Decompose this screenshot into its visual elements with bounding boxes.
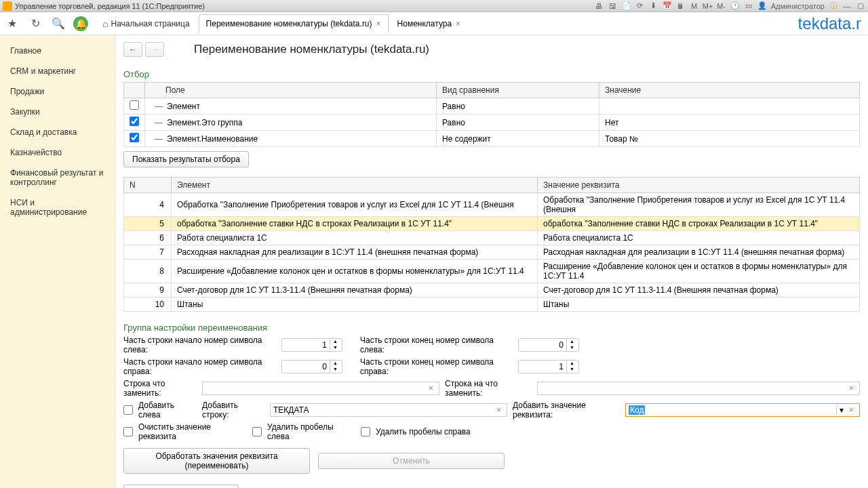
nav-back-button[interactable]: ← xyxy=(123,42,142,57)
filter-row[interactable]: —Элемент.Наименование Не содержит Товар … xyxy=(124,131,860,147)
down-icon[interactable]: ⬇ xyxy=(649,1,658,11)
m-minus-icon[interactable]: M- xyxy=(717,1,726,11)
sidebar-item-treasury[interactable]: Казначейство xyxy=(0,142,115,163)
filter-row-checkbox[interactable] xyxy=(130,133,139,142)
input-replace-with[interactable]: × xyxy=(537,382,860,395)
sidebar-item-financial[interactable]: Финансовый результат и контроллинг xyxy=(0,163,115,192)
label-add-left: Добавить слева xyxy=(138,401,197,420)
spin-down-icon[interactable]: ▼ xyxy=(330,345,340,351)
results-header-val[interactable]: Значение реквизита xyxy=(538,178,860,193)
spin-down-icon[interactable]: ▼ xyxy=(567,367,577,373)
spin-up-icon[interactable]: ▲ xyxy=(567,339,577,345)
sidebar-item-warehouse[interactable]: Склад и доставка xyxy=(0,122,115,142)
clear-icon[interactable]: × xyxy=(494,405,504,415)
spinner-start-right[interactable]: ▲▼ xyxy=(281,360,342,373)
spin-up-icon[interactable]: ▲ xyxy=(567,361,577,367)
result-row[interactable]: 7 Расходная накладная для реализации в 1… xyxy=(124,245,860,260)
maximize-icon[interactable]: ▢ xyxy=(856,1,865,11)
result-n: 8 xyxy=(124,260,172,283)
spinner-end-right[interactable]: ▲▼ xyxy=(518,360,579,373)
clear-icon[interactable]: × xyxy=(846,405,856,415)
results-header-n[interactable]: N xyxy=(124,178,172,193)
input-add-string[interactable]: × xyxy=(270,403,507,417)
result-row[interactable]: 5 обработка "Заполнение ставки НДС в стр… xyxy=(124,217,860,231)
spin-up-icon[interactable]: ▲ xyxy=(330,361,340,367)
window-icon[interactable]: ▭ xyxy=(744,1,753,11)
spin-down-icon[interactable]: ▼ xyxy=(567,345,577,351)
checkbox-clear-val[interactable] xyxy=(123,427,133,436)
dash-icon: — xyxy=(151,102,167,111)
result-row[interactable]: 9 Счет-договор для 1С УТ 11.3-11.4 (Внеш… xyxy=(124,283,860,298)
spinner-start-left[interactable]: ▲▼ xyxy=(281,338,342,352)
input-add-req[interactable]: Код▾× xyxy=(625,403,860,417)
help-icon[interactable]: ⓘ xyxy=(829,1,838,11)
input-end-left[interactable] xyxy=(519,339,566,351)
dropdown-icon[interactable]: ▾ xyxy=(836,405,846,415)
result-element: Обработка "Заполнение Приобретения товар… xyxy=(172,193,538,217)
results-header-el[interactable]: Элемент xyxy=(172,178,538,193)
save-button[interactable]: Записать значения xyxy=(123,485,239,488)
filter-row-checkbox[interactable] xyxy=(130,117,139,126)
m-plus-icon[interactable]: M+ xyxy=(703,1,713,11)
input-replace-what[interactable]: × xyxy=(202,382,439,395)
input-start-left[interactable] xyxy=(282,339,330,351)
calendar-icon[interactable]: 📅 xyxy=(663,1,672,11)
user-label[interactable]: Администратор xyxy=(771,1,825,11)
filter-row[interactable]: —Элемент.Это группа Равно Нет xyxy=(124,115,860,131)
calc-icon[interactable]: 🖩 xyxy=(676,1,686,11)
filter-header-val[interactable]: Значение xyxy=(599,83,860,98)
sidebar-item-main[interactable]: Главное xyxy=(0,41,115,61)
tab-nomenclature[interactable]: Номенклатура × xyxy=(390,14,469,33)
filter-header-field[interactable]: Поле xyxy=(145,83,437,98)
show-results-button[interactable]: Показать результаты отбора xyxy=(123,151,249,167)
input-end-right[interactable] xyxy=(519,361,566,373)
sidebar-item-purchasing[interactable]: Закупки xyxy=(0,102,115,122)
refresh-icon[interactable]: ⟳ xyxy=(635,1,645,11)
input-start-right[interactable] xyxy=(282,361,330,373)
spinner-end-left[interactable]: ▲▼ xyxy=(518,338,579,352)
result-n: 6 xyxy=(124,231,172,245)
result-row[interactable]: 10 Штаны Штаны xyxy=(124,298,860,312)
sidebar-item-crm[interactable]: CRM и маркетинг xyxy=(0,61,115,81)
result-value: Расходная накладная для реализации в 1С:… xyxy=(538,245,860,260)
logo: tekdata.r xyxy=(798,14,864,33)
tab-home[interactable]: ⌂ Начальная страница xyxy=(95,14,197,34)
spin-down-icon[interactable]: ▼ xyxy=(330,367,340,373)
checkbox-trim-left[interactable] xyxy=(252,427,262,436)
m-icon[interactable]: M xyxy=(690,1,699,11)
star-icon[interactable]: ★ xyxy=(4,16,20,32)
filter-row[interactable]: —Элемент Равно xyxy=(124,98,860,115)
bell-icon[interactable]: 🔔 xyxy=(73,16,88,31)
checkbox-add-left[interactable] xyxy=(123,405,133,415)
close-icon[interactable]: × xyxy=(376,19,381,28)
result-row[interactable]: 8 Расширение «Добавление колонок цен и о… xyxy=(124,260,860,283)
result-value: Обработка "Заполнение Приобретения товар… xyxy=(538,193,860,217)
spin-up-icon[interactable]: ▲ xyxy=(330,339,340,345)
filter-header-cmp[interactable]: Вид сравнения xyxy=(437,83,599,98)
cancel-button[interactable]: Отменить xyxy=(318,453,505,469)
result-row[interactable]: 4 Обработка "Заполнение Приобретения тов… xyxy=(124,193,860,217)
close-icon[interactable]: × xyxy=(456,19,460,28)
clock-icon[interactable]: 🕐 xyxy=(730,1,740,11)
add-string-field[interactable] xyxy=(273,404,494,416)
search-icon[interactable]: 🔍 xyxy=(50,16,66,32)
tab-rename[interactable]: Переименование номенклатуры (tekdata.ru)… xyxy=(199,14,389,33)
filter-cmp: Равно xyxy=(437,98,599,115)
checkbox-trim-right[interactable] xyxy=(361,427,370,436)
result-row[interactable]: 6 Работа специалиста 1С Работа специалис… xyxy=(124,231,860,245)
process-button[interactable]: Обработать значения реквизита (переимено… xyxy=(123,448,310,474)
doc-icon[interactable]: 📄 xyxy=(622,1,631,11)
label-start-right: Часть строки начало номер символа справа… xyxy=(123,357,276,376)
nav-forward-button[interactable]: → xyxy=(145,42,164,57)
clear-icon[interactable]: × xyxy=(846,384,856,393)
filter-row-checkbox[interactable] xyxy=(130,100,139,110)
clear-icon[interactable]: × xyxy=(426,384,436,393)
sidebar: Главное CRM и маркетинг Продажи Закупки … xyxy=(0,35,115,488)
print-icon[interactable]: 🖶 xyxy=(595,1,604,11)
sidebar-item-nsi[interactable]: НСИ и администрирование xyxy=(0,192,115,222)
minimize-icon[interactable]: — xyxy=(842,1,852,11)
sidebar-item-sales[interactable]: Продажи xyxy=(0,81,115,102)
save-icon[interactable]: 🖫 xyxy=(608,1,618,11)
settings-title: Группа настройки переименования xyxy=(123,323,860,333)
history-icon[interactable]: ↻ xyxy=(27,16,43,32)
